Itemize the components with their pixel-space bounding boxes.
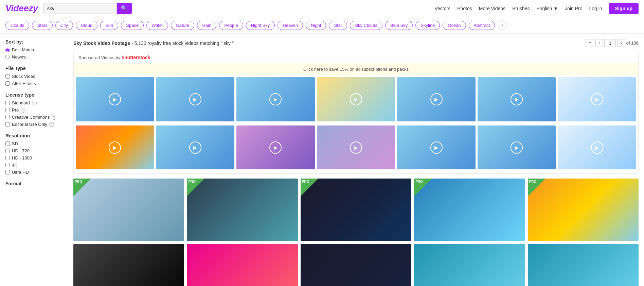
video-thumb-6[interactable]: ▶ — [478, 77, 556, 121]
tag-people[interactable]: People — [219, 21, 243, 30]
tag-stars[interactable]: Stars — [32, 21, 52, 30]
sort-best-match[interactable]: Best Match — [5, 47, 62, 52]
pro-label-5: PRO — [529, 180, 537, 184]
play-icon-11: ▶ — [350, 141, 362, 154]
file-type-stock-video[interactable]: Stock Video — [5, 74, 62, 79]
results-title-text: Sky Stock Video Footage — [73, 40, 130, 46]
tag-star[interactable]: Star — [329, 21, 347, 30]
video-thumb-ns-1[interactable]: PRO — [73, 179, 184, 241]
tag-night[interactable]: Night — [306, 21, 326, 30]
video-thumb-4[interactable]: ▶ — [317, 77, 395, 121]
play-icon-2: ▶ — [189, 93, 201, 105]
sponsored-section: Sponsored Videos by shutterstock Click h… — [73, 52, 639, 174]
video-thumb-ns-4[interactable]: PRO — [414, 179, 525, 241]
res-ultra-hd[interactable]: Ultra HD — [5, 170, 62, 175]
tag-city[interactable]: City — [55, 21, 73, 30]
video-thumb-13[interactable]: ▶ — [478, 125, 556, 170]
pro-label-2: PRO — [188, 180, 196, 184]
license-pro[interactable]: Pro ? — [5, 107, 62, 113]
video-thumb-lr-3[interactable] — [301, 244, 411, 286]
logo[interactable]: Videezy — [5, 3, 38, 14]
tag-sky-clouds[interactable]: Sky Clouds — [350, 21, 382, 30]
res-sd[interactable]: SD — [5, 141, 62, 146]
video-thumb-ns-2[interactable]: PRO — [187, 179, 298, 241]
video-thumb-1[interactable]: ▶ — [76, 77, 154, 121]
pagination-first[interactable]: « — [586, 39, 594, 47]
res-hd720[interactable]: HD - 720 — [5, 148, 62, 153]
tag-skyline[interactable]: Skyline — [415, 21, 440, 30]
tag-nature[interactable]: Nature — [171, 21, 194, 30]
video-thumb-9[interactable]: ▶ — [156, 125, 235, 170]
login-link[interactable]: Log in — [589, 6, 602, 11]
tag-sun[interactable]: Sun — [100, 21, 118, 30]
video-thumb-11[interactable]: ▶ — [317, 125, 395, 170]
tag-cloud[interactable]: Cloud — [76, 21, 97, 30]
sort-section: Sort by: Best Match Newest — [5, 39, 62, 60]
main-layout: Sort by: Best Match Newest File Type Sto… — [0, 34, 644, 286]
video-thumb-5[interactable]: ▶ — [397, 77, 476, 121]
nav-more-videos[interactable]: More Videos — [479, 6, 505, 11]
video-thumb-7[interactable]: ▶ — [558, 77, 636, 121]
play-icon-4: ▶ — [350, 93, 362, 105]
video-thumb-14[interactable]: ▶ — [558, 125, 636, 170]
tag-night-sky[interactable]: Night Sky — [246, 21, 275, 30]
sidebar: Sort by: Best Match Newest File Type Sto… — [0, 34, 68, 286]
tag-ocean[interactable]: Ocean — [443, 21, 466, 30]
video-thumb-lr-2[interactable] — [187, 244, 298, 286]
play-icon-13: ▶ — [511, 141, 523, 154]
play-icon-7: ▶ — [591, 93, 603, 105]
search-button[interactable]: 🔍 — [117, 3, 132, 14]
shutterstock-logo: shutterstock — [122, 55, 150, 60]
sort-newest[interactable]: Newest — [5, 54, 62, 60]
results-header: Sky Stock Video Footage - 5,130 royalty … — [73, 39, 639, 47]
search-input[interactable] — [43, 3, 117, 14]
res-hd1080[interactable]: HD - 1080 — [5, 155, 62, 161]
res-4k[interactable]: 4K — [5, 163, 62, 168]
promo-banner[interactable]: Click here to save 15% on all subscripti… — [74, 63, 638, 75]
video-thumb-lr-1[interactable] — [73, 244, 184, 286]
nav-vectors[interactable]: Vectors — [434, 6, 450, 11]
main-video-grid-row2 — [73, 244, 639, 286]
video-thumb-8[interactable]: ▶ — [76, 125, 154, 170]
language-selector[interactable]: English ▼ — [536, 6, 558, 11]
main-video-grid-row1: PRO PRO PRO PRO PRO — [73, 179, 639, 241]
results-count-text: - 5,130 royalty free stock videos matchi… — [131, 40, 234, 46]
video-thumb-ns-5[interactable]: PRO — [528, 179, 639, 241]
play-icon-3: ▶ — [269, 93, 282, 105]
pagination-prev[interactable]: ‹ — [595, 39, 603, 47]
tag-abstract[interactable]: Abstract — [469, 21, 495, 30]
results-title: Sky Stock Video Footage - 5,130 royalty … — [73, 40, 234, 46]
tags-next-button[interactable]: › — [498, 20, 507, 30]
page-input[interactable] — [604, 39, 616, 47]
play-icon-8: ▶ — [109, 141, 121, 154]
tag-rain[interactable]: Rain — [197, 21, 216, 30]
search-bar: 🔍 — [43, 3, 132, 14]
play-icon-1: ▶ — [109, 93, 121, 105]
license-section: License type: Standard ? Pro ? Creative … — [5, 92, 62, 127]
standard-help-icon: ? — [32, 101, 37, 105]
tag-space[interactable]: Space — [121, 21, 144, 30]
nav-brushes[interactable]: Brushes — [512, 6, 530, 11]
join-pro-link[interactable]: Join Pro — [565, 6, 582, 11]
pagination-next[interactable]: › — [617, 39, 625, 47]
tag-heaven[interactable]: Heaven — [278, 21, 303, 30]
video-thumb-lr-5[interactable] — [528, 244, 639, 286]
tag-clouds[interactable]: Clouds — [5, 21, 29, 30]
tag-blue-sky[interactable]: Blue Sky — [385, 21, 413, 30]
video-thumb-3[interactable]: ▶ — [236, 77, 315, 121]
file-type-after-effects[interactable]: After Effects — [5, 81, 62, 86]
video-thumb-12[interactable]: ▶ — [397, 125, 476, 170]
license-editorial[interactable]: Editorial Use Only ? — [5, 122, 62, 127]
play-icon-9: ▶ — [189, 141, 201, 154]
sponsored-grid-row1: ▶ ▶ ▶ ▶ ▶ ▶ ▶ — [74, 75, 638, 123]
video-thumb-2[interactable]: ▶ — [156, 77, 235, 121]
tag-water[interactable]: Water — [146, 21, 168, 30]
format-label: Format — [5, 181, 62, 186]
nav-photos[interactable]: Photos — [457, 6, 472, 11]
license-creative-commons[interactable]: Creative Commons ? — [5, 115, 62, 120]
signup-button[interactable]: Sign up — [609, 3, 639, 14]
license-standard[interactable]: Standard ? — [5, 100, 62, 105]
video-thumb-ns-3[interactable]: PRO — [301, 179, 411, 241]
video-thumb-10[interactable]: ▶ — [236, 125, 315, 170]
video-thumb-lr-4[interactable] — [414, 244, 525, 286]
